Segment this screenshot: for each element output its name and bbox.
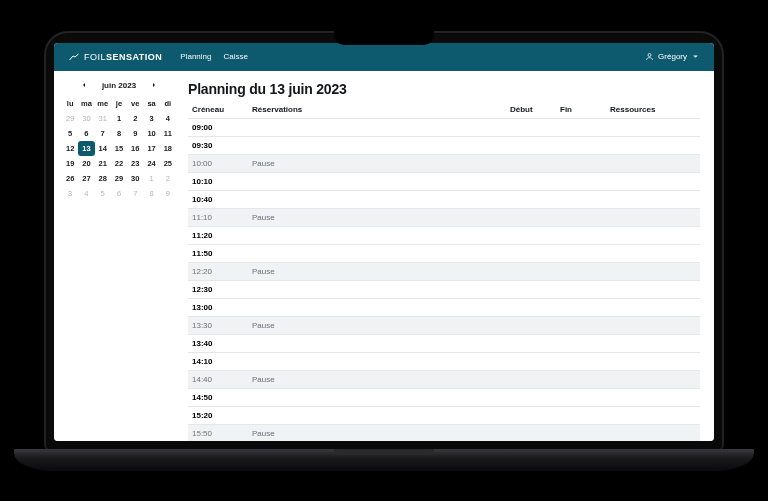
table-row[interactable]: 11:50: [188, 244, 700, 262]
user-name: Grégory: [658, 52, 687, 61]
bird-icon: [68, 51, 80, 63]
calendar-day[interactable]: 13: [78, 141, 94, 156]
calendar-day[interactable]: 12: [62, 141, 78, 156]
calendar-day[interactable]: 15: [111, 141, 127, 156]
table-row[interactable]: 12:20Pause: [188, 262, 700, 280]
cell-slot: 14:40: [192, 375, 252, 384]
calendar-dow: me: [95, 96, 111, 111]
cell-slot: 14:50: [192, 393, 252, 402]
calendar-next-icon[interactable]: [150, 81, 158, 89]
table-row[interactable]: 11:20: [188, 226, 700, 244]
svg-point-0: [648, 54, 651, 57]
table-row[interactable]: 14:50: [188, 388, 700, 406]
table-row[interactable]: 09:30: [188, 136, 700, 154]
calendar-day[interactable]: 19: [62, 156, 78, 171]
calendar-dow: ma: [78, 96, 94, 111]
table-row[interactable]: 09:00: [188, 118, 700, 136]
calendar-day[interactable]: 2: [160, 171, 176, 186]
calendar: juin 2023 lumamejevesadi2930311234567891…: [54, 71, 184, 441]
table-row[interactable]: 10:00Pause: [188, 154, 700, 172]
nav-caisse[interactable]: Caisse: [224, 52, 248, 61]
table-row[interactable]: 10:40: [188, 190, 700, 208]
calendar-day[interactable]: 3: [62, 186, 78, 201]
calendar-day[interactable]: 29: [111, 171, 127, 186]
calendar-day[interactable]: 5: [62, 126, 78, 141]
calendar-prev-icon[interactable]: [80, 81, 88, 89]
calendar-day[interactable]: 8: [143, 186, 159, 201]
nav-planning[interactable]: Planning: [180, 52, 211, 61]
calendar-day[interactable]: 28: [95, 171, 111, 186]
calendar-day[interactable]: 11: [160, 126, 176, 141]
calendar-day[interactable]: 6: [111, 186, 127, 201]
table-row[interactable]: 13:00: [188, 298, 700, 316]
calendar-day[interactable]: 23: [127, 156, 143, 171]
cell-reservations: Pause: [252, 213, 510, 222]
table-row[interactable]: 10:10: [188, 172, 700, 190]
table-row[interactable]: 13:40: [188, 334, 700, 352]
calendar-day[interactable]: 24: [143, 156, 159, 171]
cell-slot: 10:00: [192, 159, 252, 168]
calendar-day[interactable]: 18: [160, 141, 176, 156]
cell-slot: 11:20: [192, 231, 252, 240]
cell-slot: 11:50: [192, 249, 252, 258]
calendar-day[interactable]: 30: [78, 111, 94, 126]
calendar-day[interactable]: 5: [95, 186, 111, 201]
calendar-day[interactable]: 10: [143, 126, 159, 141]
calendar-day[interactable]: 14: [95, 141, 111, 156]
calendar-day[interactable]: 1: [111, 111, 127, 126]
table-row[interactable]: 15:50Pause: [188, 424, 700, 441]
calendar-day[interactable]: 4: [78, 186, 94, 201]
cell-slot: 11:10: [192, 213, 252, 222]
chevron-down-icon: [691, 52, 700, 61]
calendar-day[interactable]: 25: [160, 156, 176, 171]
cell-slot: 15:20: [192, 411, 252, 420]
cell-slot: 13:30: [192, 321, 252, 330]
calendar-day[interactable]: 7: [95, 126, 111, 141]
calendar-day[interactable]: 6: [78, 126, 94, 141]
calendar-day[interactable]: 31: [95, 111, 111, 126]
col-end: Fin: [560, 105, 610, 114]
cell-slot: 13:00: [192, 303, 252, 312]
calendar-day[interactable]: 9: [160, 186, 176, 201]
calendar-day[interactable]: 3: [143, 111, 159, 126]
calendar-day[interactable]: 17: [143, 141, 159, 156]
calendar-day[interactable]: 16: [127, 141, 143, 156]
calendar-day[interactable]: 21: [95, 156, 111, 171]
calendar-day[interactable]: 29: [62, 111, 78, 126]
calendar-day[interactable]: 8: [111, 126, 127, 141]
calendar-day[interactable]: 7: [127, 186, 143, 201]
calendar-day[interactable]: 20: [78, 156, 94, 171]
calendar-day[interactable]: 9: [127, 126, 143, 141]
calendar-day[interactable]: 4: [160, 111, 176, 126]
brand-foil: FOIL: [84, 52, 106, 62]
cell-slot: 13:40: [192, 339, 252, 348]
calendar-day[interactable]: 26: [62, 171, 78, 186]
table-row[interactable]: 15:20: [188, 406, 700, 424]
topbar: FOILSENSATION Planning Caisse Grégory: [54, 43, 714, 71]
table-row[interactable]: 11:10Pause: [188, 208, 700, 226]
cell-reservations: Pause: [252, 159, 510, 168]
table-row[interactable]: 14:40Pause: [188, 370, 700, 388]
cell-reservations: Pause: [252, 267, 510, 276]
calendar-month-label: juin 2023: [102, 81, 136, 90]
cell-slot: 10:10: [192, 177, 252, 186]
cell-slot: 10:40: [192, 195, 252, 204]
user-icon: [645, 52, 654, 61]
table-row[interactable]: 13:30Pause: [188, 316, 700, 334]
table-row[interactable]: 14:10: [188, 352, 700, 370]
user-menu[interactable]: Grégory: [645, 52, 700, 61]
calendar-dow: sa: [143, 96, 159, 111]
cell-slot: 09:30: [192, 141, 252, 150]
col-reserv: Réservations: [252, 105, 510, 114]
calendar-day[interactable]: 27: [78, 171, 94, 186]
cell-slot: 12:20: [192, 267, 252, 276]
table-row[interactable]: 12:30: [188, 280, 700, 298]
calendar-dow: lu: [62, 96, 78, 111]
brand-logo[interactable]: FOILSENSATION: [68, 51, 162, 63]
cell-reservations: Pause: [252, 375, 510, 384]
calendar-day[interactable]: 2: [127, 111, 143, 126]
calendar-day[interactable]: 22: [111, 156, 127, 171]
calendar-day[interactable]: 30: [127, 171, 143, 186]
page-title: Planning du 13 juin 2023: [188, 81, 700, 97]
calendar-day[interactable]: 1: [143, 171, 159, 186]
